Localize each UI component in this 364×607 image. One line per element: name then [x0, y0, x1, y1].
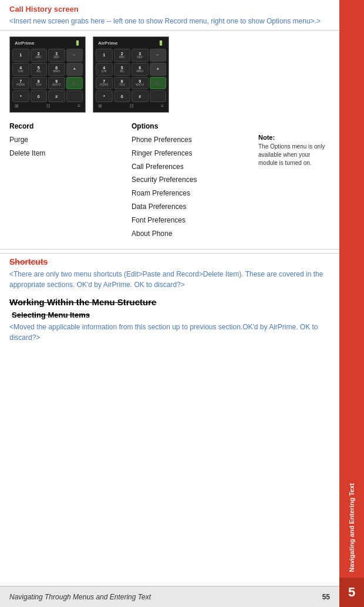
working-placeholder: <Moved the applicable information from t… [9, 322, 330, 343]
bottom-icon-3: ≡ [77, 103, 80, 109]
key-hash: # [48, 90, 65, 102]
footer-text: Navigating Through Menus and Entering Te… [9, 593, 151, 601]
key-6: 6MNO [48, 63, 65, 76]
rkey-0: 0 [114, 90, 131, 102]
rkey-8: 8TUV [114, 77, 131, 90]
note-label: Note: [258, 134, 330, 141]
phone-left-brand: AirPrime [15, 41, 34, 46]
key-5: 5JKL [31, 63, 48, 76]
record-menu-col: Record Purge Delete Item [9, 122, 132, 242]
bottom-icon-2: ⊡ [46, 103, 50, 109]
page-number: 55 [322, 593, 330, 601]
divider-1 [0, 249, 339, 249]
key-back: ← [66, 49, 83, 62]
battery-icon-right: 🔋 [158, 41, 164, 46]
top-placeholder: <Insert new screen grabs here -- left on… [9, 16, 330, 26]
menu-item-purge: Purge [9, 135, 132, 145]
note-col: Note: The Options menu is only available… [254, 122, 330, 242]
key-2: 2ABC [31, 49, 48, 62]
right-tab-number: 5 [339, 578, 364, 607]
phone-images-row: AirPrime 🔋 1 2ABC 3DEF ← 4GHI 5JKL 6MNO … [0, 31, 339, 119]
selecting-menu-items-heading: Selecting Menu Items [9, 311, 330, 319]
key-0: 0 [31, 90, 48, 102]
battery-icon-left: 🔋 [75, 41, 80, 46]
page-title: Call History screen [9, 5, 330, 14]
key-4: 4GHI [12, 63, 29, 76]
phone-left: AirPrime 🔋 1 2ABC 3DEF ← 4GHI 5JKL 6MNO … [9, 36, 86, 113]
menu-item-delete: Delete Item [9, 149, 132, 159]
rkey-3: 3DEF [132, 49, 149, 62]
menu-item-font-prefs: Font Preferences [132, 215, 254, 225]
key-plus: + [66, 63, 83, 76]
phone-right-keypad: 1 2ABC 3DEF ← 4GHI 5JKL 6MNO + 7PQRS 8TU… [96, 49, 166, 102]
key-7: 7PQRS [12, 77, 29, 90]
menu-item-phone-prefs: Phone Preferences [132, 135, 254, 145]
menu-item-data-prefs: Data Preferences [132, 202, 254, 212]
rkey-empty [150, 90, 167, 102]
options-menu-header: Options [132, 122, 254, 130]
main-content: Call History screen <Insert new screen g… [0, 0, 339, 607]
working-section: Working Within the Menu Structure Select… [0, 294, 339, 346]
bottom-icon-1: ⊞ [15, 103, 19, 109]
key-star: * [12, 90, 29, 102]
rkey-plus: + [150, 63, 167, 76]
shortcuts-placeholder: <There are only two menu shortcuts (Edit… [9, 269, 330, 290]
page-footer: Navigating Through Menus and Entering Te… [0, 586, 339, 607]
rkey-9: 9WXYZ [132, 77, 149, 90]
key-1: 1 [12, 49, 29, 62]
key-empty [66, 90, 83, 102]
rkey-5: 5JKL [114, 63, 131, 76]
note-text: The Options menu is only available when … [258, 143, 330, 167]
key-9: 9WXYZ [48, 77, 65, 90]
rbottom-icon-2: ⊡ [130, 103, 134, 109]
menu-item-roam-prefs: Roam Preferences [132, 188, 254, 198]
menu-item-about-phone: About Phone [132, 229, 254, 239]
working-heading: Working Within the Menu Structure [9, 297, 330, 307]
rbottom-icon-1: ⊞ [98, 103, 102, 109]
rkey-6: 6MNO [132, 63, 149, 76]
top-section: Call History screen <Insert new screen g… [0, 0, 339, 31]
key-8: 8TUV [31, 77, 48, 90]
right-tab-label: Navigating and Entering Text [348, 483, 356, 572]
shortcuts-section: Shortcuts <There are only two menu short… [0, 253, 339, 294]
shortcuts-heading: Shortcuts [9, 257, 330, 267]
rkey-1: 1 [96, 49, 113, 62]
rkey-2: 2ABC [114, 49, 131, 62]
rkey-call: 📞 [150, 77, 167, 90]
rkey-back: ← [150, 49, 167, 62]
key-3: 3DEF [48, 49, 65, 62]
rkey-4: 4GHI [96, 63, 113, 76]
rkey-star: * [96, 90, 113, 102]
record-menu-header: Record [9, 122, 132, 130]
menu-item-ringer-prefs: Ringer Preferences [132, 149, 254, 159]
rbottom-icon-3: ≡ [161, 103, 164, 109]
right-tab: Navigating and Entering Text 5 [339, 0, 364, 607]
rkey-hash: # [132, 90, 149, 102]
key-call: 📞 [66, 77, 83, 90]
menu-item-call-prefs: Call Preferences [132, 162, 254, 172]
options-menu-col: Options Phone Preferences Ringer Prefere… [132, 122, 254, 242]
menus-section: Record Purge Delete Item Options Phone P… [0, 119, 339, 248]
phone-left-keypad: 1 2ABC 3DEF ← 4GHI 5JKL 6MNO + 7PQRS 8TU… [12, 49, 83, 102]
phone-right-brand: AirPrime [98, 41, 117, 46]
rkey-7: 7PQRS [96, 77, 113, 90]
phone-right: AirPrime 🔋 1 2ABC 3DEF ← 4GHI 5JKL 6MNO … [93, 36, 169, 113]
menu-item-security-prefs: Security Preferences [132, 175, 254, 185]
